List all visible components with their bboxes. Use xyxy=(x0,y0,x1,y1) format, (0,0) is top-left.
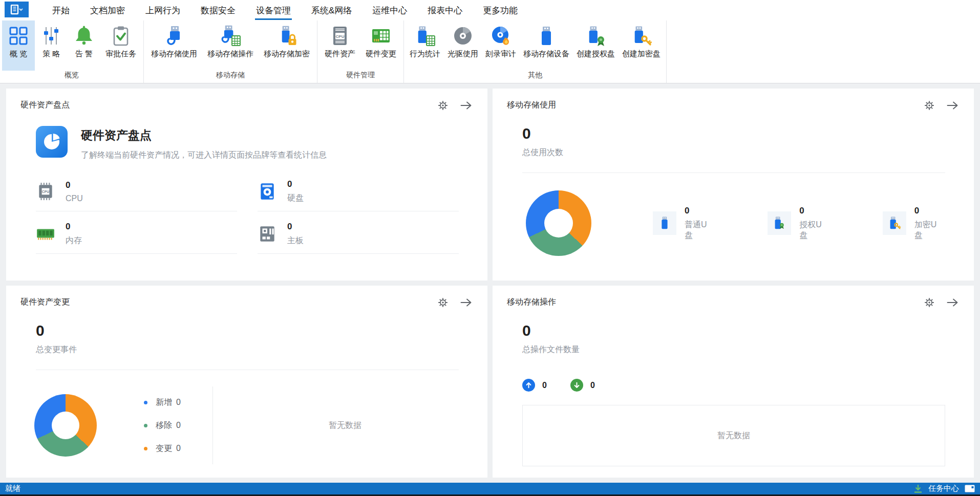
stat-value: 0 xyxy=(66,222,82,232)
gear-icon[interactable] xyxy=(438,297,448,308)
ribbon-item-hardware-assets[interactable]: CPU 硬件资产 xyxy=(319,20,360,71)
ribbon-item-label: 行为统计 xyxy=(410,49,440,59)
menu-item-system-network[interactable]: 系统&网络 xyxy=(301,0,362,20)
menu-item-start[interactable]: 开始 xyxy=(42,0,80,20)
usb-stats-icon xyxy=(414,25,436,47)
stat-cpu: CPU 0 CPU xyxy=(36,179,237,211)
policy-sliders-icon xyxy=(40,25,62,47)
legend-value: 0 xyxy=(176,444,181,453)
stat-value: 0 xyxy=(914,206,943,216)
ribbon-item-policy[interactable]: 策 略 xyxy=(35,20,68,71)
menu-item-ops-center[interactable]: 运维中心 xyxy=(362,0,417,20)
changes-legend: 新增 0 移除 0 变更 0 xyxy=(144,397,181,454)
ribbon-item-label: 移动存储设备 xyxy=(523,49,569,59)
menu-item-doc-encrypt[interactable]: 文档加密 xyxy=(80,0,135,20)
ribbon-group-hardware: CPU 硬件资产 硬件变更 硬件管理 xyxy=(317,20,404,83)
arrow-right-icon[interactable] xyxy=(460,101,472,110)
stat-value: 0 xyxy=(685,206,713,216)
arrow-right-icon[interactable] xyxy=(460,298,472,307)
approval-clipboard-icon xyxy=(110,25,132,47)
gear-icon[interactable] xyxy=(924,297,934,308)
circuit-board-icon xyxy=(370,25,392,47)
legend-label: 新增 xyxy=(156,397,172,408)
ribbon-group-label: 其他 xyxy=(404,71,666,83)
ribbon-group-other: 行为统计 光驱使用 xyxy=(404,20,667,83)
ribbon-item-label: 移动存储操作 xyxy=(207,49,253,59)
ribbon-item-label: 创建授权盘 xyxy=(577,49,615,59)
counter-value: 0 xyxy=(590,381,595,390)
legend-item-changed: 变更 0 xyxy=(144,443,181,454)
hero-title: 硬件资产盘点 xyxy=(81,127,327,143)
stat-authorized-usb: 0 授权U盘 xyxy=(768,206,828,241)
ribbon-item-label: 概 览 xyxy=(10,49,27,59)
stat-label: 内存 xyxy=(66,235,82,246)
cd-disc-icon xyxy=(452,25,474,47)
gear-icon[interactable] xyxy=(924,100,934,111)
ribbon-group-label: 概览 xyxy=(0,71,143,83)
ribbon-item-create-encrypted-disk[interactable]: 创建加密盘 xyxy=(619,20,664,71)
counter-upload: 0 xyxy=(522,379,547,392)
usb-key-icon xyxy=(630,25,653,47)
svg-text:CPU: CPU xyxy=(336,34,345,39)
card-title: 移动存储操作 xyxy=(507,297,556,308)
ribbon-item-storage-devices[interactable]: 移动存储设备 xyxy=(520,20,573,71)
empty-data-box: 暂无数据 xyxy=(522,405,945,466)
ribbon-item-storage-encryption[interactable]: 移动存储加密 xyxy=(259,20,315,71)
card-title: 硬件资产变更 xyxy=(20,297,70,308)
ribbon-item-storage-usage[interactable]: 移动存储使用 xyxy=(146,20,202,71)
ribbon-group-label: 硬件管理 xyxy=(317,71,403,83)
usb-cable-icon xyxy=(163,25,185,47)
ribbon-item-label: 刻录审计 xyxy=(485,49,516,59)
counter-value: 0 xyxy=(542,381,547,390)
ribbon-item-behavior-stats[interactable]: 行为统计 xyxy=(406,20,444,71)
operation-counters: 0 0 xyxy=(522,379,945,392)
stat-value: 0 xyxy=(287,179,304,189)
arrow-right-icon[interactable] xyxy=(947,298,958,307)
usage-stats: 0 普通U盘 xyxy=(653,206,943,241)
total-value: 0 xyxy=(36,322,459,339)
menu-item-more[interactable]: 更多功能 xyxy=(473,0,528,20)
alert-bell-icon xyxy=(73,25,95,47)
menu-item-data-security[interactable]: 数据安全 xyxy=(190,0,246,20)
hardware-stats: CPU 0 CPU 0 硬盘 xyxy=(36,179,459,264)
ribbon-group-overview: 概 览 策 略 告 警 xyxy=(0,20,144,83)
ribbon-item-alert[interactable]: 告 警 xyxy=(68,20,100,71)
arrow-down-circle-icon xyxy=(570,379,583,392)
pie-chart-icon xyxy=(36,126,68,158)
ribbon-item-label: 硬件资产 xyxy=(325,49,355,59)
svg-text:CPU: CPU xyxy=(42,190,49,193)
divider xyxy=(522,172,945,173)
stat-value: 0 xyxy=(66,180,83,190)
stat-normal-usb: 0 普通U盘 xyxy=(653,206,713,241)
app-menu-button[interactable] xyxy=(5,2,29,17)
stat-ram: 0 内存 xyxy=(36,222,237,254)
ribbon-spacer xyxy=(667,20,980,83)
menu-item-web-behavior[interactable]: 上网行为 xyxy=(135,0,190,20)
console-icon[interactable] xyxy=(965,485,975,492)
stat-label: 主板 xyxy=(287,235,304,246)
download-arrow-icon[interactable] xyxy=(913,484,923,493)
arrow-up-circle-icon xyxy=(522,379,535,392)
divider xyxy=(36,370,459,370)
usb-device-icon xyxy=(535,25,558,47)
ribbon-item-label: 告 警 xyxy=(75,49,93,59)
card-title: 硬件资产盘点 xyxy=(20,100,70,111)
legend-dot-green xyxy=(144,424,147,427)
usage-donut-chart xyxy=(526,190,591,256)
main-menu: 开始 文档加密 上网行为 数据安全 设备管理 系统&网络 运维中心 报表中心 更… xyxy=(42,0,528,20)
usb-key-icon xyxy=(883,211,906,235)
usb-plain-icon xyxy=(653,211,676,235)
ribbon-item-approval-tasks[interactable]: 审批任务 xyxy=(100,20,141,71)
menu-item-device-mgmt[interactable]: 设备管理 xyxy=(246,0,301,20)
ribbon-item-create-authorized-disk[interactable]: 创建授权盘 xyxy=(573,20,619,71)
ribbon-item-storage-operations[interactable]: 移动存储操作 xyxy=(202,20,259,71)
ribbon-item-burn-audit[interactable]: 刻录审计 xyxy=(482,20,520,71)
menu-item-report-center[interactable]: 报表中心 xyxy=(417,0,473,20)
gear-icon[interactable] xyxy=(438,100,448,111)
task-center-link[interactable]: 任务中心 xyxy=(928,484,959,493)
arrow-right-icon[interactable] xyxy=(947,101,958,110)
ribbon-item-overview[interactable]: 概 览 xyxy=(2,20,35,71)
ribbon-item-hardware-changes[interactable]: 硬件变更 xyxy=(360,20,401,71)
usb-sheet-icon xyxy=(219,25,242,47)
ribbon-item-cd-usage[interactable]: 光驱使用 xyxy=(444,20,482,71)
